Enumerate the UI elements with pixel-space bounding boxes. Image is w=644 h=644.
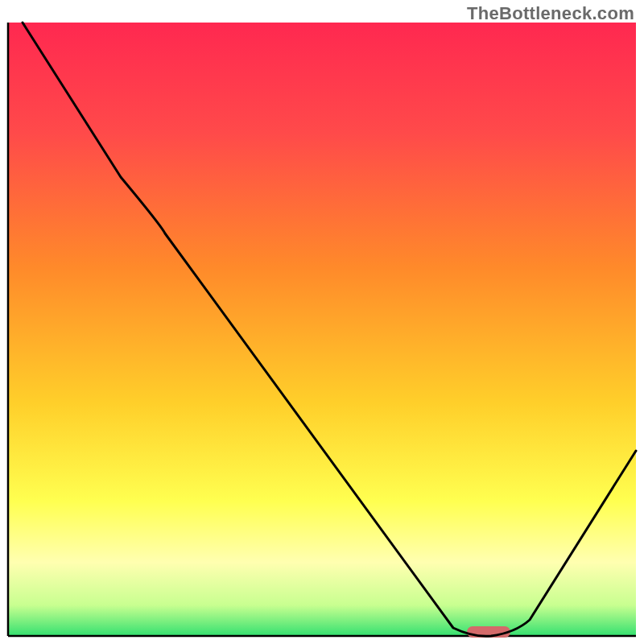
watermark: TheBottleneck.com <box>467 3 634 24</box>
chart-svg <box>0 0 644 644</box>
svg-rect-0 <box>8 23 636 636</box>
plot-area <box>8 23 636 636</box>
chart-container: TheBottleneck.com <box>0 0 644 644</box>
